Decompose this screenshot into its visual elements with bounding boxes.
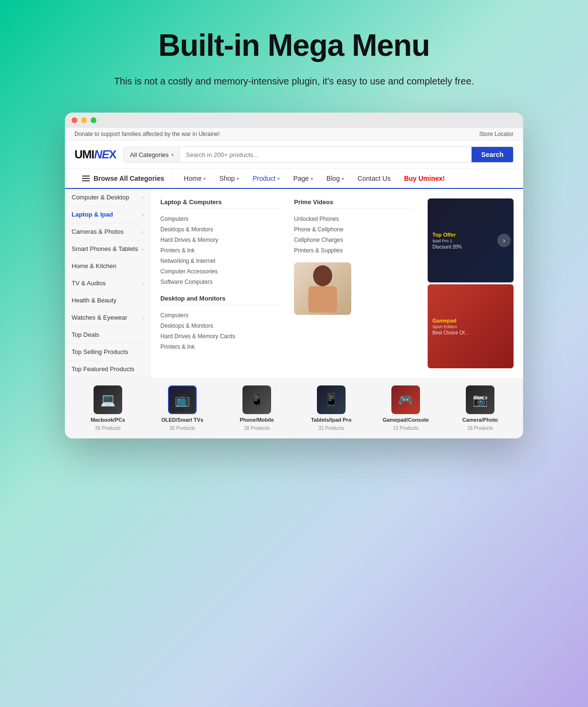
mega-col-prime-videos: Prime Videos Unlocked Phones Phone & Cel…: [294, 198, 413, 368]
categories-label: All Categories: [130, 151, 168, 158]
search-input[interactable]: [180, 147, 472, 162]
product-card-camera[interactable]: 📷 Camera/Photo 18 Products: [447, 385, 514, 431]
promo-card-ipad-title: Top Offer: [432, 232, 509, 238]
promo-card-ipad-discount: Discount 20%: [432, 244, 509, 250]
mega-link-cellphone-charges[interactable]: Cellphone Charges: [294, 235, 413, 245]
sidebar-item-health-beauty[interactable]: Health & Beauty: [65, 292, 150, 309]
product-card-tablet[interactable]: 📱 Tablets/Ipad Pro 32 Products: [298, 385, 365, 431]
product-img-phone: 📱: [242, 385, 271, 414]
svg-rect-1: [308, 286, 337, 312]
product-count-tablet: 32 Products: [318, 426, 344, 431]
product-card-gamepad[interactable]: 🎮 Gamepad/Console 12 Products: [372, 385, 439, 431]
sidebar-item-cameras-photos[interactable]: Cameras & Photos ›: [65, 223, 150, 240]
nav-shop-label: Shop: [219, 175, 235, 182]
sidebar-label-computer-desktop: Computer & Desktop: [72, 194, 129, 201]
sidebar-tv-arrow-icon: ›: [142, 281, 144, 286]
mega-col-title-laptop: Laptop & Computers: [160, 198, 280, 209]
sidebar-item-computer-desktop[interactable]: Computer & Desktop ›: [65, 189, 150, 206]
site-logo[interactable]: UMINEX: [74, 148, 116, 161]
top-bar: Donate to support families affected by t…: [65, 128, 523, 141]
bottom-products: 💻 Macbook/PCs 26 Products 📺 OLED/Smart T…: [65, 378, 523, 438]
mega-link-hard-drives-memory[interactable]: Hard Drives & Memory: [160, 235, 280, 245]
product-name-gamepad: Gamepad/Console: [383, 417, 429, 423]
sidebar-label-top-selling: Top Selling Products: [72, 348, 128, 355]
mega-link-printers-supplies[interactable]: Printers & Supplies: [294, 245, 413, 256]
site-header: UMINEX All Categories ▾ Search: [65, 141, 523, 169]
product-img-macbook: 💻: [94, 385, 122, 414]
search-categories-dropdown[interactable]: All Categories ▾: [124, 147, 180, 162]
sidebar-label-tv-audios: TV & Audios: [72, 280, 106, 287]
browser-dot-close[interactable]: [72, 117, 77, 123]
nav-link-home[interactable]: Home ▾: [177, 169, 212, 188]
product-img-camera: 📷: [466, 385, 494, 414]
mega-col-laptop-computers: Laptop & Computers Computers Desktops & …: [160, 198, 280, 368]
search-button[interactable]: Search: [472, 147, 513, 162]
sidebar-item-tv-audios[interactable]: TV & Audios ›: [65, 275, 150, 292]
sidebar-arrow-icon-active: ›: [142, 212, 144, 218]
logo-text-nex: NE: [94, 148, 109, 161]
product-card-tv[interactable]: 📺 OLED/Smart TVs 26 Products: [149, 385, 216, 431]
mega-link-hard-drives-memory-cards[interactable]: Hard Drives & Memory Cards: [160, 331, 280, 342]
mega-link-desktops-monitors-2[interactable]: Desktops & Monitors: [160, 321, 280, 331]
sidebar-item-top-selling[interactable]: Top Selling Products: [65, 343, 150, 361]
nav-links: Home ▾ Shop ▾ Product ▾ Page ▾ Blog ▾: [172, 169, 452, 188]
mega-link-printers-ink-2[interactable]: Printers & Ink: [160, 342, 280, 352]
nav-shop-chevron: ▾: [237, 176, 239, 181]
main-nav: Browse All Categories Home ▾ Shop ▾ Prod…: [65, 169, 523, 189]
product-count-macbook: 26 Products: [95, 426, 120, 431]
promo-card-ipad-arrow-button[interactable]: ›: [497, 234, 511, 247]
sidebar-item-top-featured[interactable]: Top Featured Products: [65, 361, 150, 378]
sidebar-item-watches-eyewear[interactable]: Watches & Eyewear ›: [65, 309, 150, 326]
categories-chevron-icon: ▾: [171, 152, 174, 157]
nav-page-chevron: ▾: [311, 176, 313, 181]
browser-dot-minimize[interactable]: [81, 117, 87, 123]
product-name-macbook: Macbook/PCs: [91, 417, 125, 423]
sidebar-item-top-deals[interactable]: Top Deals: [65, 326, 150, 343]
promo-card-ipad[interactable]: Top Offer Ipad Pro 1 Discount 20% ›: [428, 198, 514, 282]
browse-all-categories[interactable]: Browse All Categories: [74, 169, 172, 188]
hero-title: Built-in Mega Menu: [114, 29, 474, 62]
mega-col-title-prime-videos: Prime Videos: [294, 198, 413, 209]
logo-text-x: X: [109, 148, 116, 161]
mega-link-networking-internet[interactable]: Networking & Internet: [160, 256, 280, 266]
lady-image-svg: [304, 265, 342, 312]
product-count-tv: 26 Products: [169, 426, 195, 431]
product-card-phone[interactable]: 📱 Phone/Mobile 28 Products: [223, 385, 290, 431]
product-name-phone: Phone/Mobile: [240, 417, 274, 423]
mega-link-phone-cellphone[interactable]: Phone & Cellphone: [294, 224, 413, 235]
sidebar-item-home-kitchen[interactable]: Home & Kitchen: [65, 258, 150, 275]
nav-link-shop[interactable]: Shop ▾: [212, 169, 246, 188]
mega-link-unlocked-phones[interactable]: Unlocked Phones: [294, 214, 413, 224]
nav-link-contact[interactable]: Contact Us: [351, 169, 397, 188]
nav-link-product[interactable]: Product ▾: [246, 169, 286, 188]
product-card-macbook[interactable]: 💻 Macbook/PCs 26 Products: [74, 385, 141, 431]
nav-link-buy[interactable]: Buy Uminex!: [397, 169, 452, 188]
mega-link-computers-2[interactable]: Computers: [160, 310, 280, 321]
nav-blog-label: Blog: [326, 175, 340, 182]
promo-card-gamepad[interactable]: Gamepad Sport Edition Best Choice Of...: [428, 284, 514, 368]
product-name-camera: Camera/Photo: [462, 417, 498, 423]
nav-link-page[interactable]: Page ▾: [286, 169, 320, 188]
nav-page-label: Page: [293, 175, 309, 182]
product-name-tablet: Tablets/Ipad Pro: [311, 417, 352, 423]
nav-buy-label: Buy Uminex!: [404, 175, 445, 182]
product-count-phone: 28 Products: [244, 426, 269, 431]
mega-link-printers-ink-1[interactable]: Printers & Ink: [160, 245, 280, 256]
nav-blog-chevron: ▾: [342, 176, 344, 181]
product-img-tv: 📺: [168, 385, 197, 414]
mega-link-software-computers[interactable]: Software Computers: [160, 277, 280, 287]
sidebar-item-smartphones-tablets[interactable]: Smart Phones & Tablets ›: [65, 240, 150, 258]
mega-link-computers-1[interactable]: Computers: [160, 214, 280, 224]
nav-product-chevron: ▾: [277, 176, 280, 181]
browser-dot-maximize[interactable]: [91, 117, 96, 123]
mega-col-title-desktop-monitors: Desktop and Monitors: [160, 295, 280, 305]
nav-home-chevron: ▾: [203, 176, 206, 181]
mega-link-computer-accessories[interactable]: Computer Accessories: [160, 266, 280, 277]
sidebar-label-watches-eyewear: Watches & Eyewear: [72, 314, 127, 321]
sidebar-item-laptop-ipad[interactable]: Laptop & Ipad ›: [65, 206, 150, 223]
product-count-camera: 18 Products: [467, 426, 493, 431]
mega-link-desktops-monitors-1[interactable]: Desktops & Monitors: [160, 224, 280, 235]
mega-dropdown: Laptop & Computers Computers Desktops & …: [151, 189, 523, 378]
mega-menu-area: Computer & Desktop › Laptop & Ipad › Cam…: [65, 189, 523, 378]
nav-link-blog[interactable]: Blog ▾: [320, 169, 351, 188]
